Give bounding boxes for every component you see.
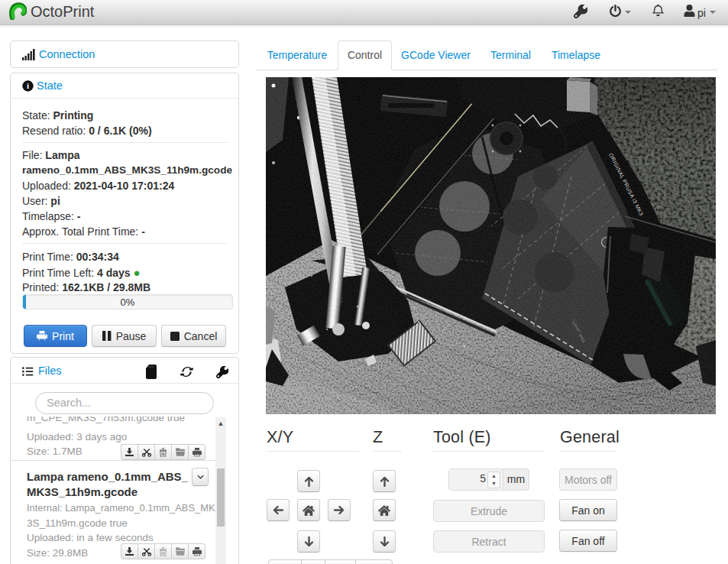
- svg-text:i: i: [27, 81, 29, 90]
